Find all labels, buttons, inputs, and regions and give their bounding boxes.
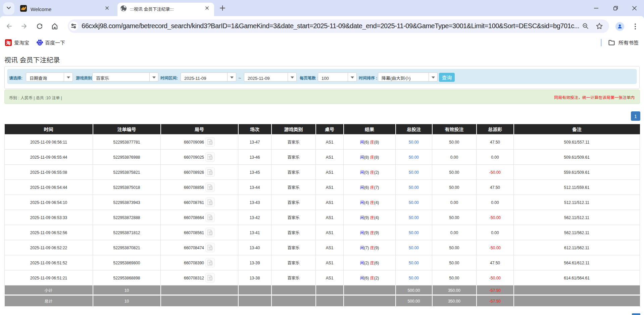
svg-text:du: du (39, 43, 41, 45)
